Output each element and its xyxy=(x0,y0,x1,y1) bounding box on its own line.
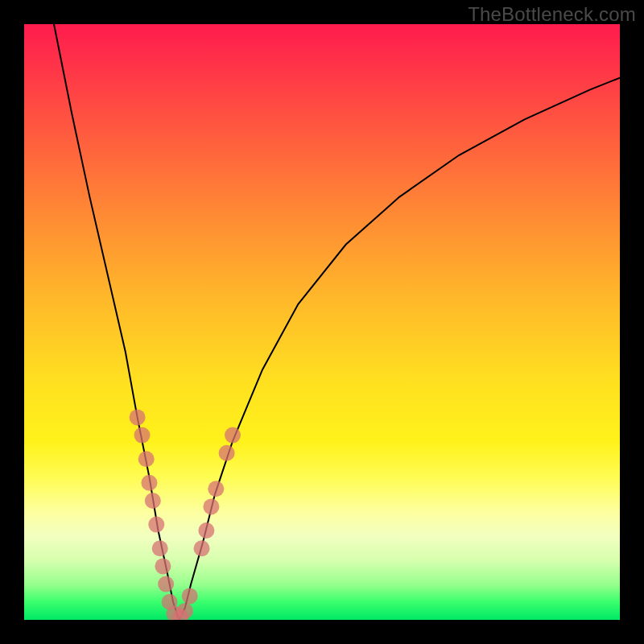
scatter-dot xyxy=(152,540,168,556)
scatter-dot xyxy=(134,427,151,444)
scatter-dot xyxy=(219,445,235,461)
scatter-dot xyxy=(198,522,214,539)
scatter-dot xyxy=(138,451,155,467)
scatter-dot xyxy=(148,517,164,533)
scatter-dot xyxy=(194,540,210,556)
scatter-dot xyxy=(155,558,171,574)
scatter-dot xyxy=(141,475,157,491)
scatter-dot xyxy=(145,493,161,509)
chart-frame: TheBottleneck.com xyxy=(0,0,644,644)
scatter-dot xyxy=(208,481,224,497)
bottleneck-curve xyxy=(54,24,620,620)
scatter-dot xyxy=(182,588,198,604)
scatter-dot xyxy=(203,498,219,514)
scatter-dot xyxy=(177,603,193,619)
scatter-dot xyxy=(130,409,146,425)
watermark-text: TheBottleneck.com xyxy=(468,3,636,26)
chart-svg xyxy=(24,24,620,620)
scatter-dots xyxy=(130,409,241,620)
scatter-dot xyxy=(158,576,174,592)
scatter-dot xyxy=(225,427,241,444)
plot-area xyxy=(24,24,620,620)
